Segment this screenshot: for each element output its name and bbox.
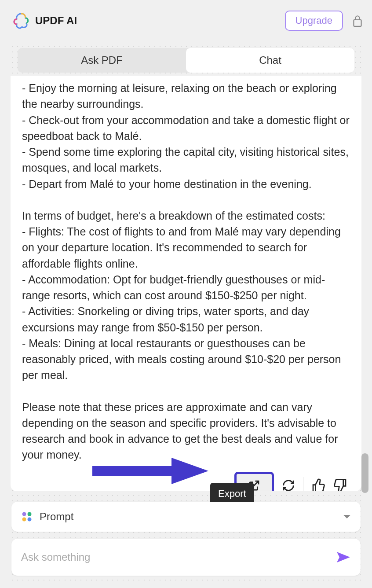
chat-message-card: - Enjoy the morning at leisure, relaxing… <box>11 76 361 491</box>
upgrade-button[interactable]: Upgrade <box>285 11 343 31</box>
tab-chat[interactable]: Chat <box>186 48 354 73</box>
annotation-arrow <box>88 450 211 485</box>
tab-ask-pdf[interactable]: Ask PDF <box>18 48 186 73</box>
app-logo-icon <box>12 12 30 29</box>
prompt-selector[interactable]: Prompt <box>11 502 361 532</box>
header-divider <box>9 39 363 39</box>
message-line: - Depart from Malé to your home destinat… <box>22 176 350 192</box>
svg-point-4 <box>22 518 26 522</box>
chat-input[interactable] <box>21 551 329 563</box>
action-divider <box>303 477 303 492</box>
lock-icon[interactable] <box>352 14 363 27</box>
message-text: - Enjoy the morning at leisure, relaxing… <box>22 80 350 463</box>
scrollbar-thumb[interactable] <box>361 453 368 493</box>
tabs-container: Ask PDF Chat <box>18 48 354 73</box>
thumbs-down-button[interactable] <box>333 478 347 492</box>
message-line: - Check-out from your accommodation and … <box>22 112 350 144</box>
prompt-dots-icon <box>21 511 33 522</box>
send-button[interactable] <box>336 551 351 563</box>
prompt-label: Prompt <box>40 511 336 523</box>
thumbs-up-button[interactable] <box>311 478 325 492</box>
budget-line: - Flights: The cost of flights to and fr… <box>22 224 350 272</box>
budget-line: - Activities: Snorkeling or diving trips… <box>22 303 350 335</box>
svg-rect-0 <box>354 20 361 26</box>
app-name: UPDF AI <box>35 15 77 27</box>
message-line: - Enjoy the morning at leisure, relaxing… <box>22 80 350 112</box>
svg-point-3 <box>28 512 32 516</box>
svg-point-2 <box>22 512 26 516</box>
budget-line: - Accommodation: Opt for budget-friendly… <box>22 272 350 304</box>
message-line: - Spend some time exploring the capital … <box>22 144 350 176</box>
budget-intro: In terms of budget, here's a breakdown o… <box>22 208 350 224</box>
chevron-down-icon <box>343 514 351 519</box>
budget-line: - Meals: Dining at local restaurants or … <box>22 335 350 383</box>
svg-point-5 <box>28 518 32 522</box>
svg-marker-1 <box>171 458 208 484</box>
logo-area: UPDF AI <box>12 12 77 29</box>
regenerate-button[interactable] <box>282 479 295 492</box>
app-header: UPDF AI Upgrade <box>0 0 372 39</box>
chat-input-bar <box>11 539 361 576</box>
